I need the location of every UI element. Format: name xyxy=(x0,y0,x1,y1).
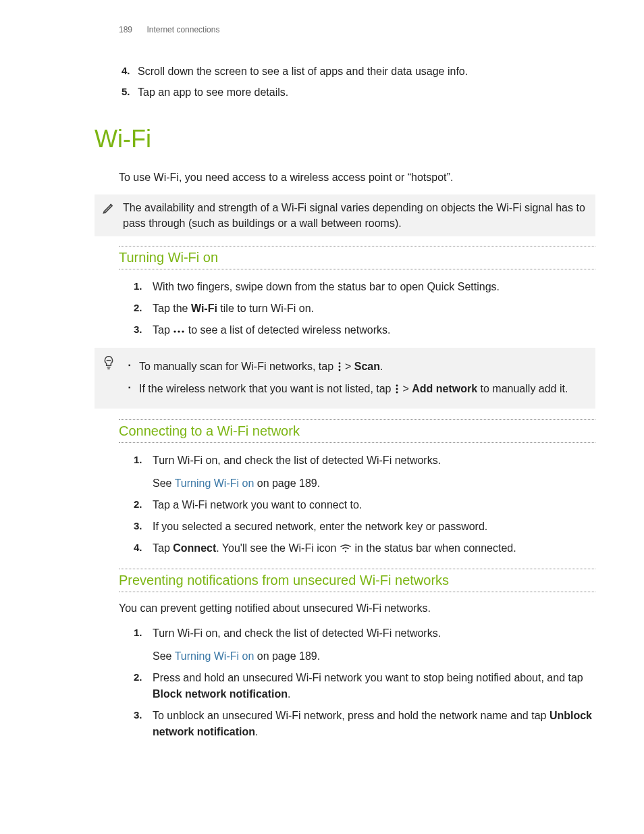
tip-item: To manually scan for Wi-Fi networks, tap… xyxy=(128,356,589,378)
intro-paragraph: To use Wi-Fi, you need access to a wirel… xyxy=(119,170,595,185)
xref-link[interactable]: Turning Wi-Fi on xyxy=(175,477,254,489)
svg-point-1 xyxy=(178,331,180,333)
pencil-icon xyxy=(99,200,119,215)
rule xyxy=(119,246,595,246)
connecting-steps: Turn Wi-Fi on, and check the list of det… xyxy=(136,450,595,559)
rule xyxy=(119,569,595,569)
step: With two fingers, swipe down from the st… xyxy=(136,276,595,298)
tip-box: To manually scan for Wi-Fi networks, tap… xyxy=(95,348,595,409)
running-header: 189 Internet connections xyxy=(119,24,219,36)
section-title: Internet connections xyxy=(146,25,219,34)
svg-point-2 xyxy=(182,331,184,333)
svg-point-4 xyxy=(338,366,340,368)
tip-list: To manually scan for Wi-Fi networks, tap… xyxy=(128,356,589,400)
svg-point-9 xyxy=(345,550,346,552)
subhead-turning-on: Turning Wi-Fi on xyxy=(119,248,595,269)
xref-link[interactable]: Turning Wi-Fi on xyxy=(175,650,254,662)
preventing-steps: Turn Wi-Fi on, and check the list of det… xyxy=(136,623,595,743)
note-text: The availability and strength of a Wi-Fi… xyxy=(123,200,589,231)
more-vertical-icon xyxy=(394,384,400,394)
more-vertical-icon xyxy=(337,362,342,371)
carryover-step-5: Tap an app to see more details. xyxy=(122,82,595,103)
svg-point-7 xyxy=(396,388,398,390)
turning-on-steps: With two fingers, swipe down from the st… xyxy=(136,276,595,341)
step: Tap the Wi-Fi tile to turn Wi-Fi on. xyxy=(136,298,595,319)
subhead-preventing: Preventing notifications from unsecured … xyxy=(119,571,595,592)
step: Press and hold an unsecured Wi-Fi networ… xyxy=(136,667,595,705)
page-title: Wi-Fi xyxy=(95,122,595,157)
wifi-icon xyxy=(340,544,352,553)
svg-point-5 xyxy=(338,369,340,371)
carryover-step-4: Scroll down the screen to see a list of … xyxy=(122,61,595,82)
more-horizontal-icon xyxy=(173,328,185,335)
svg-point-8 xyxy=(396,392,398,394)
carryover-step-list: Scroll down the screen to see a list of … xyxy=(122,61,595,103)
step: Turn Wi-Fi on, and check the list of det… xyxy=(136,623,595,667)
step: Tap Connect. You'll see the Wi-Fi icon i… xyxy=(136,538,595,559)
step-substep: See Turning Wi-Fi on on page 189. xyxy=(153,475,595,492)
step: Tap to see a list of detected wireless n… xyxy=(136,319,595,341)
section-intro: You can prevent getting notified about u… xyxy=(119,600,595,616)
step: Turn Wi-Fi on, and check the list of det… xyxy=(136,450,595,494)
svg-point-0 xyxy=(174,331,176,333)
step-substep: See Turning Wi-Fi on on page 189. xyxy=(153,648,595,664)
page: 189 Internet connections Scroll down the… xyxy=(0,0,644,834)
page-number: 189 xyxy=(119,25,132,34)
step: Tap a Wi-Fi network you want to connect … xyxy=(136,494,595,516)
rule xyxy=(119,419,595,420)
step: If you selected a secured network, enter… xyxy=(136,516,595,538)
svg-point-6 xyxy=(396,385,398,387)
step: To unblock an unsecured Wi-Fi network, p… xyxy=(136,705,595,743)
note-box: The availability and strength of a Wi-Fi… xyxy=(95,194,595,236)
svg-point-3 xyxy=(338,363,340,365)
lightbulb-icon xyxy=(99,353,119,371)
tip-item: If the wireless network that you want is… xyxy=(128,378,589,400)
subhead-connecting: Connecting to a Wi-Fi network xyxy=(119,421,595,443)
